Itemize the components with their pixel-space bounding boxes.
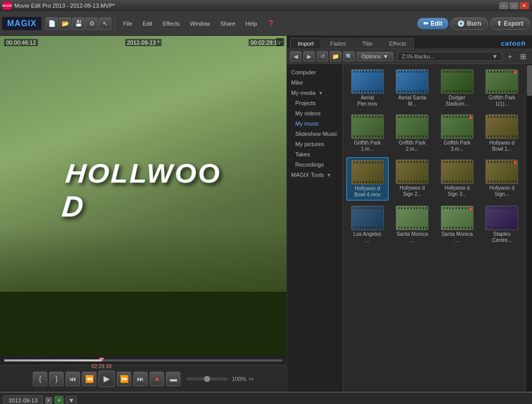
red-dot-indicator xyxy=(469,207,472,210)
minimize-button[interactable]: ─ xyxy=(499,2,508,9)
next-frame-button[interactable]: ⏭ xyxy=(133,372,148,386)
path-dropdown-icon[interactable]: ▼ xyxy=(492,53,498,59)
sidebar-item-takes[interactable]: Takes xyxy=(287,149,343,159)
zoom-expand-icon[interactable]: ⇔ xyxy=(249,375,254,382)
edit-icon: ✏ xyxy=(423,20,428,27)
file-thumbnail xyxy=(351,69,384,94)
file-item[interactable]: Hollywoo d Sign 2... xyxy=(392,157,434,200)
sidebar-item-recordings[interactable]: Recordings xyxy=(287,159,343,170)
tab-fades[interactable]: Fades xyxy=(322,38,354,49)
sidebar-item-projects[interactable]: Projects xyxy=(287,98,343,108)
zoom-handle[interactable] xyxy=(204,376,210,382)
mark-out-button[interactable]: } xyxy=(49,372,64,386)
menu-help[interactable]: Help xyxy=(243,19,259,28)
timeline-scrubber[interactable]: 02:29:18 xyxy=(0,356,287,365)
scroll-thumb[interactable] xyxy=(527,65,532,96)
sidebar-item-magixtools[interactable]: MAGIX Tools ▼ xyxy=(287,170,343,180)
file-name: Hollywoo d Sign 2... xyxy=(396,185,428,197)
file-grid: Aerial Pier.mov Aerial Santa M... Dodger… xyxy=(343,64,526,392)
open-button[interactable]: 📂 xyxy=(59,17,71,30)
menu-help-icon[interactable]: ❓ xyxy=(265,19,277,28)
menu-window[interactable]: Window xyxy=(188,19,212,28)
forward-button[interactable]: ▶ xyxy=(303,51,315,62)
scrubber-bar[interactable]: 02:29:18 xyxy=(4,359,282,361)
file-item[interactable]: Hollywoo d Sign 3... xyxy=(436,157,478,200)
refresh-button[interactable]: ↺ xyxy=(317,51,328,62)
file-item[interactable]: Hollywoo d Sign... xyxy=(481,157,523,200)
file-item[interactable]: Griffith Park 1(1)... xyxy=(481,67,523,109)
tab-title[interactable]: Title xyxy=(355,38,380,49)
settings-button[interactable]: ⚙ xyxy=(86,17,98,30)
menu-share[interactable]: Share xyxy=(218,19,237,28)
mark-in-button[interactable]: { xyxy=(33,372,47,386)
zoom-control: 100% ⇔ xyxy=(187,375,253,382)
step-forward-button[interactable]: ⏩ xyxy=(117,372,131,386)
file-item[interactable]: Hollywoo d Bowl 1... xyxy=(481,112,523,154)
sidebar-item-mymedia[interactable]: My media ▼ xyxy=(287,88,343,98)
file-thumbnail xyxy=(441,69,474,94)
save-button[interactable]: 💾 xyxy=(72,17,85,30)
tab-import[interactable]: Import xyxy=(290,38,321,49)
file-name: Griffith Park 3.m... xyxy=(441,140,474,152)
file-item[interactable]: Griffith Park 2.m... xyxy=(392,112,434,154)
step-back-button[interactable]: ⏪ xyxy=(82,372,96,386)
search-button[interactable]: 🔍 xyxy=(343,51,355,62)
file-grid-scrollbar[interactable] xyxy=(526,64,532,392)
file-item[interactable]: Los Angeles ... xyxy=(346,204,388,246)
timeline-add-button[interactable]: + xyxy=(54,396,64,405)
file-name: Griffith Park 1.m... xyxy=(351,140,384,152)
export-button[interactable]: ⬆ Export xyxy=(490,17,530,30)
close-button[interactable]: ✕ xyxy=(520,2,529,9)
file-name: Staples Centre... xyxy=(485,231,518,244)
sidebar-item-slideshow[interactable]: Slideshow Music xyxy=(287,129,343,139)
file-item[interactable]: Griffith Park 3.m... xyxy=(436,112,478,154)
new-button[interactable]: 📄 xyxy=(46,17,58,30)
scrubber-handle[interactable] xyxy=(99,358,104,362)
sidebar-item-computer[interactable]: Computer xyxy=(287,67,343,77)
file-thumbnail xyxy=(441,114,474,139)
file-item[interactable]: Santa Monica ... xyxy=(392,204,434,246)
timeline-close-button[interactable]: ✕ xyxy=(45,397,52,404)
sidebar-item-mymusic[interactable]: My music xyxy=(287,118,343,129)
menu-effects[interactable]: Effects xyxy=(160,19,181,28)
sidebar-item-mypictures[interactable]: My pictures xyxy=(287,139,343,149)
zoom-slider[interactable] xyxy=(187,377,228,380)
sidebar-item-myvideos[interactable]: My videos xyxy=(287,108,343,118)
expand-preview-button[interactable]: ⤢ xyxy=(276,38,284,46)
file-thumbnail xyxy=(396,69,428,94)
options-dropdown[interactable]: Options ▼ xyxy=(357,52,393,61)
add-button[interactable]: + xyxy=(504,51,516,62)
sidebar-item-mike[interactable]: Mike xyxy=(287,77,343,88)
edit-button[interactable]: ✏ Edit xyxy=(417,18,448,29)
grid-view-button[interactable]: ⊞ xyxy=(518,51,529,62)
back-button[interactable]: ◀ xyxy=(290,51,301,62)
tab-effects[interactable]: Effects xyxy=(381,38,414,49)
file-item[interactable]: Dodger Stadium... xyxy=(436,67,478,109)
scrubber-time: 02:29:18 xyxy=(92,363,112,369)
file-item[interactable]: Santa Monica ... xyxy=(436,204,478,246)
file-item-selected[interactable]: Hollywoo d Bowl 4.mov xyxy=(346,157,388,200)
file-thumbnail xyxy=(485,114,518,139)
menu-items: File Edit Effects Window Share Help ❓ xyxy=(121,19,276,28)
menu-edit[interactable]: Edit xyxy=(140,19,154,28)
timeline-arrow-button[interactable]: ▼ xyxy=(66,396,77,405)
file-item[interactable]: Staples Centre... xyxy=(481,204,523,246)
record-button[interactable]: ● xyxy=(150,372,164,386)
file-item[interactable]: Griffith Park 1.m... xyxy=(346,112,388,154)
file-item[interactable]: Aerial Pier.mov xyxy=(346,67,388,109)
burn-button[interactable]: 💿 Burn xyxy=(451,17,488,30)
left-panel: HOLLWOO D 00:00:46:12 2012-09-13 * 00:02… xyxy=(0,36,287,392)
file-item[interactable]: Aerial Santa M... xyxy=(392,67,434,109)
timeline-tab[interactable]: 2012-09-13 xyxy=(3,395,43,405)
burn-icon: 💿 xyxy=(457,20,465,27)
snapshot-button[interactable]: ▬ xyxy=(166,372,180,386)
file-thumbnail xyxy=(351,114,384,139)
folder-button[interactable]: 📁 xyxy=(330,51,341,62)
file-thumbnail xyxy=(396,206,428,230)
menu-file[interactable]: File xyxy=(121,19,134,28)
expand-arrow-icon: ▼ xyxy=(318,90,323,96)
cursor-button[interactable]: ↖ xyxy=(99,17,111,30)
prev-frame-button[interactable]: ⏮ xyxy=(66,372,80,386)
play-button[interactable]: ▶ xyxy=(98,371,115,387)
maximize-button[interactable]: □ xyxy=(509,2,519,9)
